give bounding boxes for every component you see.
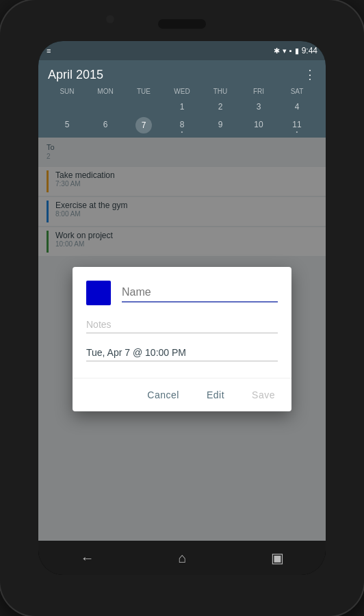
cal-day-empty1[interactable] bbox=[48, 99, 86, 114]
cal-day-11[interactable]: 11 bbox=[278, 117, 316, 133]
bluetooth-icon: ✱ bbox=[274, 47, 280, 55]
calendar-days-header: SUN MON TUE WED THU FRI SAT bbox=[48, 86, 316, 97]
dialog-actions: Cancel Edit Save bbox=[73, 378, 291, 411]
menu-icon: ≡ bbox=[47, 47, 51, 55]
cal-day-6[interactable]: 6 bbox=[86, 117, 125, 133]
recents-button[interactable]: ▣ bbox=[271, 550, 284, 566]
cal-day-5[interactable]: 5 bbox=[48, 117, 86, 133]
status-left: ≡ bbox=[47, 47, 51, 55]
save-button[interactable]: Save bbox=[241, 384, 286, 406]
calendar-week1: 1 2 3 4 bbox=[48, 99, 316, 114]
nav-bar: ← ⌂ ▣ bbox=[38, 541, 326, 575]
status-bar: ≡ ✱ ▾ ▪ ▮ 9:44 bbox=[38, 41, 326, 60]
day-tue: TUE bbox=[125, 86, 163, 97]
home-button[interactable]: ⌂ bbox=[178, 550, 186, 566]
cal-day-8[interactable]: 8 bbox=[163, 117, 201, 133]
wifi-icon: ▾ bbox=[283, 47, 287, 55]
cal-day-4[interactable]: 4 bbox=[278, 99, 316, 114]
speaker bbox=[158, 19, 206, 29]
day-mon: MON bbox=[86, 86, 125, 97]
cal-day-empty3[interactable] bbox=[125, 99, 163, 114]
dialog-content: Tue, Apr 7 @ 10:00 PM bbox=[73, 281, 291, 378]
cal-day-3[interactable]: 3 bbox=[239, 99, 278, 114]
day-sat: SAT bbox=[278, 86, 316, 97]
camera bbox=[106, 15, 114, 23]
calendar-week2: 5 6 7 8 9 10 11 bbox=[48, 117, 316, 133]
overflow-icon[interactable]: ⋮ bbox=[304, 67, 316, 82]
cancel-button[interactable]: Cancel bbox=[136, 384, 190, 406]
battery-icon: ▮ bbox=[295, 47, 299, 55]
dialog-color-row bbox=[86, 281, 278, 305]
color-swatch[interactable] bbox=[86, 281, 111, 305]
cal-day-empty2[interactable] bbox=[86, 99, 125, 114]
day-wed: WED bbox=[163, 86, 201, 97]
day-fri: FRI bbox=[239, 86, 278, 97]
cal-day-1[interactable]: 1 bbox=[163, 99, 201, 114]
calendar-title: April 2015 bbox=[48, 68, 103, 82]
dialog-date: Tue, Apr 7 @ 10:00 PM bbox=[86, 344, 278, 361]
signal-icon: ▪ bbox=[289, 47, 292, 55]
dialog-overlay: Tue, Apr 7 @ 10:00 PM Cancel Edit Save bbox=[38, 138, 326, 541]
calendar-header: April 2015 ⋮ SUN MON TUE WED THU FRI SAT… bbox=[38, 60, 326, 138]
edit-button[interactable]: Edit bbox=[196, 384, 235, 406]
phone-screen: ≡ ✱ ▾ ▪ ▮ 9:44 April 2015 ⋮ SUN MON TUE … bbox=[38, 41, 326, 575]
status-right: ✱ ▾ ▪ ▮ 9:44 bbox=[274, 46, 317, 55]
cal-day-2[interactable]: 2 bbox=[201, 99, 239, 114]
day-thu: THU bbox=[201, 86, 239, 97]
back-button[interactable]: ← bbox=[80, 550, 94, 566]
dialog-notes-input[interactable] bbox=[86, 316, 278, 333]
event-dialog: Tue, Apr 7 @ 10:00 PM Cancel Edit Save bbox=[73, 267, 291, 411]
cal-day-9[interactable]: 9 bbox=[201, 117, 239, 133]
content-area: To 2 Take medication 7:30 AM Exercise at… bbox=[38, 138, 326, 541]
day-sun: SUN bbox=[48, 86, 86, 97]
phone-frame: ≡ ✱ ▾ ▪ ▮ 9:44 April 2015 ⋮ SUN MON TUE … bbox=[0, 0, 364, 616]
status-time: 9:44 bbox=[302, 46, 317, 55]
dialog-name-input[interactable] bbox=[122, 283, 278, 303]
cal-day-7-selected[interactable]: 7 bbox=[135, 117, 152, 133]
cal-day-10[interactable]: 10 bbox=[239, 117, 278, 133]
